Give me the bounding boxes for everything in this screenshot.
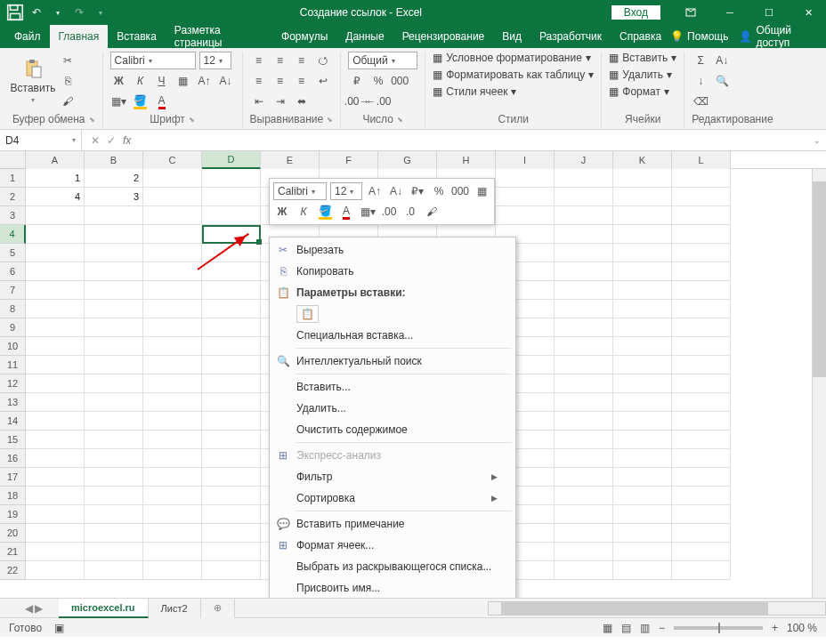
cell-K16[interactable] — [613, 449, 672, 468]
mini-font-combo[interactable]: Calibri▾ — [273, 182, 327, 200]
cm-format-cells[interactable]: ⊞Формат ячеек... — [270, 535, 515, 556]
sheet-tab-1[interactable]: microexcel.ru — [59, 599, 149, 618]
cell-K5[interactable] — [613, 244, 672, 262]
font-color-button[interactable]: A — [153, 93, 171, 110]
row-header-14[interactable]: 14 — [0, 412, 26, 431]
align-right-icon[interactable]: ≡ — [293, 72, 311, 90]
cell-B7[interactable] — [85, 281, 143, 300]
col-header-K[interactable]: K — [613, 151, 672, 169]
cell-J17[interactable] — [555, 468, 613, 487]
cell-A11[interactable] — [26, 356, 85, 374]
cm-filter[interactable]: Фильтр▶ — [270, 466, 515, 487]
font-name-combo[interactable]: Calibri▾ — [110, 52, 196, 69]
cell-B15[interactable] — [85, 431, 143, 449]
cm-cut[interactable]: ✂Вырезать — [270, 239, 515, 261]
cell-J8[interactable] — [555, 300, 613, 318]
mini-border-button[interactable]: ▦▾ — [359, 203, 377, 221]
tab-data[interactable]: Данные — [336, 25, 393, 48]
cell-A21[interactable] — [26, 543, 85, 561]
col-header-H[interactable]: H — [437, 151, 496, 169]
cell-L4[interactable] — [672, 225, 731, 244]
tab-layout[interactable]: Разметка страницы — [166, 25, 272, 48]
cell-D6[interactable] — [202, 262, 261, 281]
maximize-icon[interactable]: ☐ — [751, 0, 787, 25]
cell-B22[interactable] — [85, 561, 143, 580]
row-header-11[interactable]: 11 — [0, 356, 26, 374]
mini-comma-icon[interactable]: 000 — [451, 182, 469, 200]
cell-C17[interactable] — [143, 468, 202, 487]
wrap-text-icon[interactable]: ↩ — [314, 72, 332, 90]
mini-increase-decimal-icon[interactable]: .00 — [380, 203, 398, 221]
tab-insert[interactable]: Вставка — [108, 25, 166, 48]
cell-C13[interactable] — [143, 393, 202, 412]
cell-D2[interactable] — [202, 188, 261, 206]
cell-K22[interactable] — [613, 561, 672, 580]
align-bottom-icon[interactable]: ≡ — [293, 52, 311, 69]
cell-B18[interactable] — [85, 487, 143, 505]
tab-home[interactable]: Главная — [50, 25, 109, 48]
tab-nav-next-icon[interactable]: ▶ — [35, 602, 43, 615]
minimize-icon[interactable]: ─ — [712, 0, 748, 25]
cell-J6[interactable] — [555, 262, 613, 281]
cell-A19[interactable] — [26, 505, 85, 524]
col-header-I[interactable]: I — [496, 151, 555, 169]
cell-B11[interactable] — [85, 356, 143, 374]
conditional-formatting-button[interactable]: ▦Условное форматирование ▾ — [433, 52, 591, 64]
cell-L10[interactable] — [672, 337, 731, 356]
cell-B8[interactable] — [85, 300, 143, 318]
cm-define-name[interactable]: Присвоить имя... — [270, 577, 515, 598]
align-middle-icon[interactable]: ≡ — [271, 52, 289, 69]
cell-J19[interactable] — [555, 505, 613, 524]
delete-cells-button[interactable]: ▦Удалить ▾ — [609, 68, 672, 81]
format-cells-button[interactable]: ▦Формат ▾ — [609, 85, 669, 98]
row-header-13[interactable]: 13 — [0, 393, 26, 412]
cell-D8[interactable] — [202, 300, 261, 318]
row-header-18[interactable]: 18 — [0, 487, 26, 505]
cell-C8[interactable] — [143, 300, 202, 318]
sheet-tab-2[interactable]: Лист2 — [149, 599, 201, 618]
cm-insert-comment[interactable]: 💬Вставить примечание — [270, 513, 515, 535]
tab-nav-prev-icon[interactable]: ◀ — [25, 602, 33, 615]
mini-font-color-button[interactable]: A — [337, 203, 355, 221]
row-header-9[interactable]: 9 — [0, 318, 26, 337]
view-normal-icon[interactable]: ▦ — [603, 622, 612, 634]
cell-L11[interactable] — [672, 356, 731, 374]
cell-L7[interactable] — [672, 281, 731, 300]
cell-C16[interactable] — [143, 449, 202, 468]
cell-D18[interactable] — [202, 487, 261, 505]
cell-B6[interactable] — [85, 262, 143, 281]
cell-K15[interactable] — [613, 431, 672, 449]
mini-decrease-font-icon[interactable]: A↓ — [387, 182, 405, 200]
row-header-12[interactable]: 12 — [0, 374, 26, 393]
cell-D14[interactable] — [202, 412, 261, 431]
cell-A1[interactable]: 1 — [26, 169, 85, 188]
cell-B3[interactable] — [85, 206, 143, 225]
cell-J10[interactable] — [555, 337, 613, 356]
select-all-corner[interactable] — [0, 151, 26, 169]
tab-view[interactable]: Вид — [493, 25, 530, 48]
cell-L1[interactable] — [672, 169, 731, 188]
cell-A4[interactable] — [26, 225, 85, 244]
redo-icon[interactable]: ↷ — [69, 3, 89, 22]
zoom-slider[interactable] — [674, 626, 763, 630]
col-header-G[interactable]: G — [378, 151, 437, 169]
cell-K10[interactable] — [613, 337, 672, 356]
tell-me[interactable]: 💡Помощь — [670, 30, 728, 43]
tab-formulas[interactable]: Формулы — [272, 25, 336, 48]
cell-C12[interactable] — [143, 374, 202, 393]
view-layout-icon[interactable]: ▤ — [621, 622, 631, 634]
tab-developer[interactable]: Разработчик — [530, 25, 611, 48]
cell-C3[interactable] — [143, 206, 202, 225]
cell-J9[interactable] — [555, 318, 613, 337]
cell-J1[interactable] — [555, 169, 613, 188]
cell-C20[interactable] — [143, 524, 202, 543]
cell-B20[interactable] — [85, 524, 143, 543]
cell-J4[interactable] — [555, 225, 613, 244]
cell-L19[interactable] — [672, 505, 731, 524]
decrease-decimal-icon[interactable]: ←.00 — [369, 93, 387, 110]
cell-C9[interactable] — [143, 318, 202, 337]
mini-merge-icon[interactable]: ▦ — [473, 182, 490, 200]
cut-icon[interactable]: ✂ — [59, 52, 77, 69]
add-sheet-button[interactable]: ⊕ — [201, 599, 235, 618]
tab-review[interactable]: Рецензирование — [393, 25, 494, 48]
